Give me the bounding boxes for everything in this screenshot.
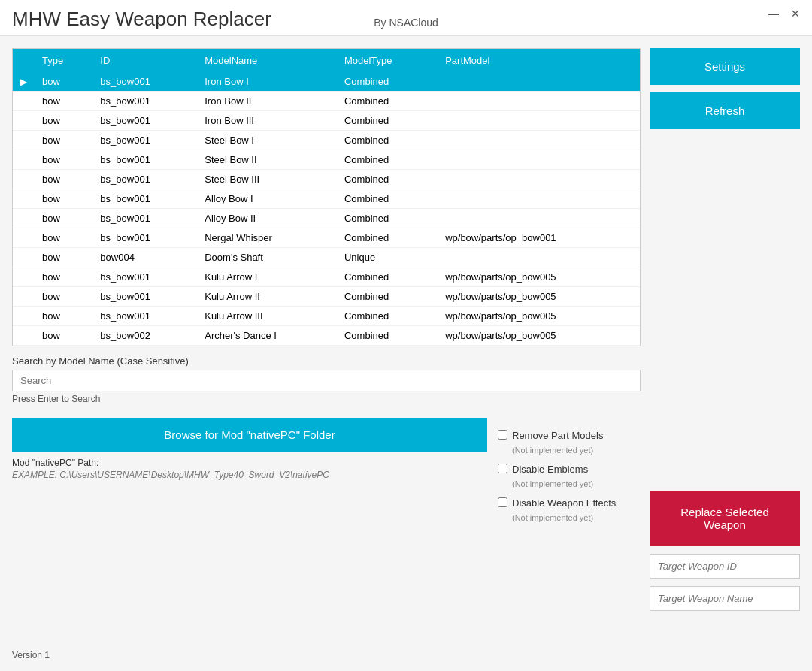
cell-modelname: Iron Bow I	[197, 72, 337, 92]
cell-type: bow	[35, 189, 92, 209]
cell-type: bow	[35, 111, 92, 131]
cell-modelname: Steel Bow II	[197, 150, 337, 170]
row-arrow	[13, 170, 35, 189]
cell-modeltype: Combined	[337, 209, 438, 228]
cell-modeltype: Combined	[337, 228, 438, 248]
option-checkbox-2[interactable]	[498, 497, 508, 507]
cell-partmodel	[438, 92, 640, 111]
row-arrow: ▶	[13, 72, 35, 92]
path-value: EXAMPLE: C:\Users\USERNAME\Desktop\MHW_T…	[12, 470, 487, 480]
cell-partmodel	[438, 248, 640, 267]
cell-id: bs_bow001	[92, 150, 197, 170]
table-row[interactable]: bow bs_bow001 Nergal Whisper Combined wp…	[13, 228, 640, 248]
weapon-table: Type ID ModelName ModelType PartModel ▶ …	[13, 49, 640, 346]
col-modelname: ModelName	[197, 49, 337, 72]
cell-modelname: Alloy Bow I	[197, 189, 337, 209]
cell-id: bs_bow001	[92, 228, 197, 248]
refresh-button[interactable]: Refresh	[650, 92, 800, 129]
options-area: Remove Part Models (Not implemented yet)…	[498, 418, 641, 524]
search-section: Search by Model Name (Case Sensitive) Pr…	[12, 355, 641, 404]
cell-id: bs_bow001	[92, 72, 197, 92]
main-window: MHW Easy Weapon Replacer By NSACloud — ✕…	[0, 0, 812, 671]
cell-type: bow	[35, 92, 92, 111]
cell-id: bs_bow001	[92, 287, 197, 307]
table-row[interactable]: bow bs_bow001 Kulu Arrow I Combined wp/b…	[13, 267, 640, 287]
col-modeltype: ModelType	[337, 49, 438, 72]
cell-type: bow	[35, 248, 92, 267]
cell-modeltype: Combined	[337, 326, 438, 346]
row-arrow	[13, 307, 35, 326]
minimize-button[interactable]: —	[768, 8, 779, 20]
cell-partmodel	[438, 170, 640, 189]
row-arrow	[13, 92, 35, 111]
cell-id: bow004	[92, 248, 197, 267]
cell-modelname: Kulu Arrow I	[197, 267, 337, 287]
cell-partmodel	[438, 189, 640, 209]
cell-modeltype: Combined	[337, 170, 438, 189]
option-checkbox-1[interactable]	[498, 464, 508, 473]
cell-modeltype: Combined	[337, 111, 438, 131]
browse-area: Browse for Mod "nativePC" Folder Mod "na…	[12, 418, 487, 480]
col-type: Type	[35, 49, 92, 72]
cell-partmodel: wp/bow/parts/op_bow005	[438, 267, 640, 287]
settings-button[interactable]: Settings	[650, 48, 800, 85]
title-bar: MHW Easy Weapon Replacer By NSACloud — ✕	[0, 0, 812, 36]
cell-type: bow	[35, 287, 92, 307]
cell-modeltype: Combined	[337, 267, 438, 287]
option-checkbox-0[interactable]	[498, 430, 508, 440]
target-weapon-name-input[interactable]	[650, 586, 800, 611]
replace-section: Replace Selected Weapon	[650, 491, 800, 611]
replace-button[interactable]: Replace Selected Weapon	[650, 491, 800, 546]
row-arrow	[13, 111, 35, 131]
table-row[interactable]: bow bs_bow001 Kulu Arrow II Combined wp/…	[13, 287, 640, 307]
cell-type: bow	[35, 209, 92, 228]
path-label: Mod "nativePC" Path:	[12, 458, 487, 468]
option-label: Disable Emblems (Not implemented yet)	[512, 462, 593, 490]
cell-id: bs_bow001	[92, 170, 197, 189]
row-arrow	[13, 189, 35, 209]
cell-partmodel	[438, 131, 640, 150]
table-row[interactable]: bow bs_bow001 Steel Bow II Combined	[13, 150, 640, 170]
version-label: Version 1	[12, 650, 50, 660]
search-hint: Press Enter to Search	[12, 394, 641, 404]
cell-type: bow	[35, 326, 92, 346]
row-arrow	[13, 209, 35, 228]
cell-type: bow	[35, 170, 92, 189]
table-row[interactable]: bow bs_bow001 Kulu Arrow III Combined wp…	[13, 307, 640, 326]
table-header: Type ID ModelName ModelType PartModel	[13, 49, 640, 72]
cell-modeltype: Combined	[337, 189, 438, 209]
target-weapon-id-input[interactable]	[650, 554, 800, 579]
cell-type: bow	[35, 228, 92, 248]
table-row[interactable]: bow bs_bow001 Steel Bow I Combined	[13, 131, 640, 150]
col-arrow	[13, 49, 35, 72]
row-arrow	[13, 228, 35, 248]
search-input[interactable]	[12, 370, 641, 391]
table-row[interactable]: bow bs_bow001 Steel Bow III Combined	[13, 170, 640, 189]
table-row[interactable]: bow bs_bow001 Alloy Bow II Combined	[13, 209, 640, 228]
weapon-table-wrapper[interactable]: Type ID ModelName ModelType PartModel ▶ …	[12, 48, 641, 346]
window-controls: — ✕	[768, 8, 800, 20]
table-row[interactable]: bow bs_bow002 Archer's Dance I Combined …	[13, 326, 640, 346]
col-id: ID	[92, 49, 197, 72]
cell-modeltype: Combined	[337, 72, 438, 92]
table-body: ▶ bow bs_bow001 Iron Bow I Combined bow …	[13, 72, 640, 346]
search-label: Search by Model Name (Case Sensitive)	[12, 355, 641, 367]
table-row[interactable]: bow bs_bow001 Iron Bow II Combined	[13, 92, 640, 111]
close-button[interactable]: ✕	[791, 8, 800, 20]
row-arrow	[13, 326, 35, 346]
row-arrow	[13, 248, 35, 267]
table-row[interactable]: ▶ bow bs_bow001 Iron Bow I Combined	[13, 72, 640, 92]
option-label: Disable Weapon Effects (Not implemented …	[512, 496, 616, 524]
cell-type: bow	[35, 72, 92, 92]
browse-button[interactable]: Browse for Mod "nativePC" Folder	[12, 418, 487, 452]
table-row[interactable]: bow bs_bow001 Iron Bow III Combined	[13, 111, 640, 131]
bottom-section: Browse for Mod "nativePC" Folder Mod "na…	[12, 418, 641, 524]
cell-partmodel: wp/bow/parts/op_bow005	[438, 326, 640, 346]
cell-modeltype: Combined	[337, 131, 438, 150]
cell-modelname: Archer's Dance I	[197, 326, 337, 346]
table-row[interactable]: bow bow004 Doom's Shaft Unique	[13, 248, 640, 267]
table-row[interactable]: bow bs_bow001 Alloy Bow I Combined	[13, 189, 640, 209]
cell-partmodel	[438, 72, 640, 92]
option-item: Disable Emblems (Not implemented yet)	[498, 462, 641, 490]
cell-id: bs_bow001	[92, 92, 197, 111]
